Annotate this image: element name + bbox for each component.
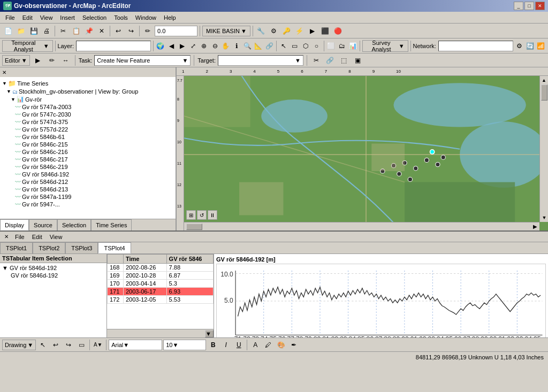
close-button[interactable]: ✕ xyxy=(535,2,545,10)
line-color-button[interactable]: ✒ xyxy=(288,339,300,351)
scrollbar-thumb-v[interactable] xyxy=(541,84,547,101)
print-button[interactable]: 🖨 xyxy=(41,25,52,37)
tab-time-series[interactable]: Time Series xyxy=(91,219,132,230)
zoom-in[interactable]: ⊕ xyxy=(199,40,209,52)
toc-dataset[interactable]: ▼ 🗂 Stockholm_gv-observationer | View by… xyxy=(2,88,173,95)
find[interactable]: 🔍 xyxy=(242,40,252,52)
tool5[interactable]: ▶ xyxy=(307,25,318,37)
toc-item-4[interactable]: 〰 Gv rör 5846b-61 xyxy=(2,133,173,141)
editor-dropdown[interactable]: Editor ▼ xyxy=(2,55,30,66)
tab-tsplot3[interactable]: TSPlot3 xyxy=(65,242,98,253)
survey-analyst-button[interactable]: Survey Analyst ▼ xyxy=(362,40,408,52)
table-scroll[interactable]: Time GV rör 5846 1682002-08-267.88169200… xyxy=(107,254,214,329)
cut-button[interactable]: ✂ xyxy=(57,25,69,37)
edit-btn2[interactable]: ✏ xyxy=(46,55,58,66)
redo-button[interactable]: ↪ xyxy=(125,25,137,37)
menu-help[interactable]: Help xyxy=(161,13,179,22)
menu-tools[interactable]: Tools xyxy=(111,13,131,22)
toc-item-6[interactable]: 〰 Gv rör 5846c-216 xyxy=(2,148,173,156)
toc-item-12[interactable]: 〰 Gv rör 5847a-1199 xyxy=(2,193,173,201)
zoom-out[interactable]: ⊖ xyxy=(210,40,219,52)
toc-item-7[interactable]: 〰 Gv rör 5846c-217 xyxy=(2,156,173,163)
task-dropdown[interactable]: Create New Feature ▼ xyxy=(94,55,191,66)
edit-snap2[interactable]: 🔗 xyxy=(324,55,336,66)
edit-btn3[interactable]: ↔ xyxy=(60,55,72,66)
tab-tsplot4[interactable]: TSPlot4 xyxy=(98,242,131,253)
scroll-down[interactable]: ▼ xyxy=(541,214,547,221)
scroll-right[interactable]: ▶ xyxy=(531,222,539,231)
tabular-item-0[interactable]: ▼ GV rör 5846d-192 xyxy=(2,264,104,272)
map-refresh[interactable]: ↺ xyxy=(197,210,207,220)
map-pause[interactable]: ⏸ xyxy=(208,210,217,220)
tool4[interactable]: ⚡ xyxy=(294,25,306,37)
drawing-dropdown[interactable]: Drawing ▼ xyxy=(2,340,36,350)
table-row[interactable]: 1722003-12-055.53 xyxy=(108,296,214,304)
table-row[interactable]: 1682002-08-267.88 xyxy=(108,264,214,272)
draw-font-btn[interactable]: A▼ xyxy=(92,339,104,351)
toc-item-13[interactable]: 〰 Gv rör 5947-... xyxy=(2,201,173,208)
draw-select[interactable]: ↖ xyxy=(37,339,49,351)
delete-button[interactable]: ✕ xyxy=(96,25,108,37)
col-id[interactable] xyxy=(108,255,124,264)
menu-selection[interactable]: Selection xyxy=(79,13,110,22)
save-button[interactable]: 💾 xyxy=(28,25,40,37)
tool7[interactable]: 🔴 xyxy=(332,25,344,37)
undo-button[interactable]: ↩ xyxy=(112,25,124,37)
draw-btn2[interactable]: ↪ xyxy=(63,339,74,351)
scrollbar-thumb-h[interactable] xyxy=(186,224,202,230)
bold-button[interactable]: B xyxy=(207,339,219,351)
toc-item-5[interactable]: 〰 Gv rör 5846c-215 xyxy=(2,141,173,148)
pan[interactable]: ✋ xyxy=(221,40,231,52)
tab-display[interactable]: Display xyxy=(0,219,29,230)
tab-selection[interactable]: Selection xyxy=(57,219,91,230)
font-size-selector[interactable]: 10 ▼ xyxy=(163,340,206,350)
select-lasso[interactable]: ○ xyxy=(311,40,321,52)
tool3[interactable]: 🔑 xyxy=(281,25,293,37)
draw-btn1[interactable]: ↩ xyxy=(50,339,62,351)
minimize-button[interactable]: _ xyxy=(514,2,523,10)
toc-group[interactable]: ▼ 📊 Gv-rör xyxy=(2,95,173,103)
menu-edit[interactable]: Edit xyxy=(19,13,36,22)
map-canvas[interactable]: ▶ ▲ ▼ ⊞ ↺ ⏸ xyxy=(184,76,548,230)
map-scrollbar-v[interactable]: ▲ ▼ xyxy=(539,76,548,222)
map-btn2[interactable]: 🗂 xyxy=(337,40,347,52)
table-row[interactable]: 1702003-04-145.3 xyxy=(108,280,214,288)
table-scroll-btn[interactable]: ▼ xyxy=(205,330,214,337)
table-scrollbar[interactable]: ▼ xyxy=(107,329,214,337)
map-area[interactable]: 1 2 3 4 5 6 7 8 9 10 xyxy=(177,67,548,230)
tool2[interactable]: ⚙ xyxy=(268,25,280,37)
net2[interactable]: 🔄 xyxy=(525,40,535,52)
toc-item-11[interactable]: 〰 Gv rör 5846d-213 xyxy=(2,186,173,193)
draw-btn3[interactable]: ▭ xyxy=(75,339,87,351)
tabular-expand[interactable]: ▼ xyxy=(2,265,10,271)
temporal-analyst-button[interactable]: Temporal Analyst ▼ xyxy=(2,40,53,52)
toc-item-0[interactable]: 〰 Gv rör 5747a-2003 xyxy=(2,103,173,111)
nav2[interactable]: ▶ xyxy=(177,40,187,52)
net1[interactable]: ⚙ xyxy=(514,40,524,52)
toc-root[interactable]: ▼ 📁 Time Series xyxy=(2,79,173,88)
tab-tsplot1[interactable]: TSPlot1 xyxy=(0,242,33,253)
nav1[interactable]: ◀ xyxy=(166,40,176,52)
open-button[interactable]: 📁 xyxy=(15,25,27,37)
menu-view[interactable]: View xyxy=(37,13,56,22)
highlight-button[interactable]: 🖊 xyxy=(262,339,274,351)
col-value[interactable]: GV rör 5846 xyxy=(166,255,213,264)
tool1[interactable]: 🔧 xyxy=(255,25,267,37)
network-input[interactable] xyxy=(438,41,513,51)
menu-file[interactable]: File xyxy=(2,13,18,22)
edit-snap1[interactable]: ✂ xyxy=(310,55,322,66)
paste-button[interactable]: 📌 xyxy=(83,25,95,37)
net3[interactable]: 📶 xyxy=(536,40,546,52)
bottom-menu-file[interactable]: File xyxy=(12,233,28,241)
edit-snap4[interactable]: ▣ xyxy=(352,55,364,66)
bottom-close[interactable]: ✕ xyxy=(2,234,11,240)
scroll-up[interactable]: ▲ xyxy=(541,77,547,83)
target-dropdown[interactable]: ▼ xyxy=(218,55,303,66)
map-btn1[interactable]: ⬜ xyxy=(326,40,336,52)
menu-insert[interactable]: Insert xyxy=(57,13,78,22)
copy-button[interactable]: 📋 xyxy=(70,25,82,37)
maximize-button[interactable]: □ xyxy=(524,2,534,10)
edit-snap3[interactable]: ⬚ xyxy=(338,55,350,66)
fill-color-button[interactable]: 🎨 xyxy=(275,339,287,351)
font-color-button[interactable]: A xyxy=(249,339,261,351)
